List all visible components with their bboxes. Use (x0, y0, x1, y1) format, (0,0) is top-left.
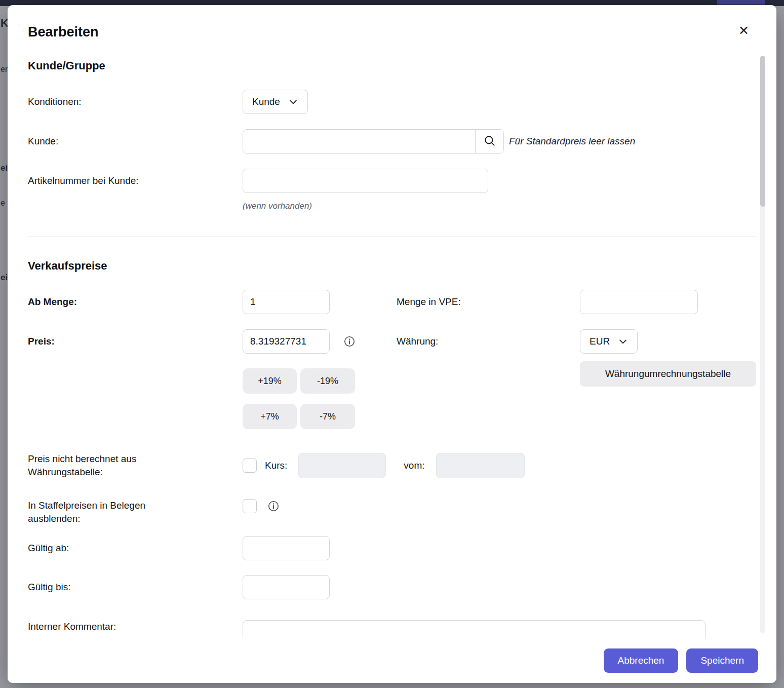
modal-scrollbar[interactable] (760, 56, 765, 633)
gueltig-bis-row: Gültig bis: (28, 575, 756, 599)
kunde-input[interactable] (243, 130, 475, 153)
close-icon[interactable]: ✕ (738, 24, 749, 37)
section-heading-verkaufspreise: Verkaufspreise (28, 259, 756, 273)
artikelnummer-row: Artikelnummer bei Kunde: (28, 169, 756, 193)
kurs-input (298, 453, 386, 478)
vom-label: vom: (404, 460, 424, 471)
artikelnummer-label: Artikelnummer bei Kunde: (28, 174, 243, 187)
ab-menge-field-cell (243, 290, 397, 314)
kunde-row: Kunde: Für Standardpreis leer lassen (28, 129, 756, 154)
preis-input[interactable] (243, 329, 330, 354)
plus19-button[interactable]: +19% (243, 368, 297, 394)
konditionen-select-value: Kunde (252, 96, 280, 107)
edit-dialog: Bearbeiten ✕ Kunde/Gruppe Konditionen: K… (8, 5, 776, 683)
ab-menge-input[interactable] (243, 290, 330, 314)
kunde-search-button[interactable] (475, 130, 503, 153)
konditionen-label: Konditionen: (28, 95, 243, 108)
modal-scrollbar-thumb[interactable] (760, 56, 765, 207)
kurs-label: Kurs: (265, 460, 287, 471)
waehrung-select[interactable]: EUR (580, 329, 638, 354)
no-calc-label: Preis nicht berechnet aus Währungstabell… (28, 452, 243, 479)
waehrung-select-value: EUR (590, 336, 610, 347)
menge-vpe-input[interactable] (580, 290, 698, 314)
dialog-header: Bearbeiten ✕ (8, 5, 776, 41)
gueltig-bis-input[interactable] (243, 575, 330, 599)
search-icon (483, 134, 496, 149)
ab-menge-row: Ab Menge: Menge in VPE: (28, 290, 756, 314)
dialog-body: Kunde/Gruppe Konditionen: Kunde Kunde: (8, 41, 776, 638)
kurs-row: Preis nicht berechnet aus Währungstabell… (28, 452, 756, 479)
gueltig-ab-input[interactable] (243, 536, 330, 560)
konditionen-row: Konditionen: Kunde (28, 90, 756, 114)
minus19-button[interactable]: -19% (300, 368, 355, 394)
artikelnummer-hint: (wenn vorhanden) (243, 201, 756, 211)
preis-field-column: +19% -19% +7% -7% (243, 329, 397, 429)
staffel-checkbox[interactable] (243, 499, 257, 513)
cancel-button[interactable]: Abbrechen (604, 648, 679, 673)
waehrung-label: Währung: (397, 329, 580, 354)
kurs-fields: Kurs: vom: (243, 453, 525, 478)
konditionen-select[interactable]: Kunde (243, 90, 308, 114)
currency-table-button[interactable]: Währungumrechnungstabelle (580, 361, 756, 387)
section-divider (28, 237, 756, 237)
preis-info-icon[interactable] (343, 335, 356, 348)
kommentar-row: Interner Kommentar: (28, 620, 756, 638)
artikelnummer-input[interactable] (243, 169, 488, 193)
save-button[interactable]: Speichern (686, 648, 758, 673)
menge-vpe-label: Menge in VPE: (397, 296, 580, 308)
kunde-hint: Für Standardpreis leer lassen (509, 136, 635, 147)
minus7-button[interactable]: -7% (300, 404, 355, 429)
ab-menge-label: Ab Menge: (28, 295, 243, 309)
waehrung-cell: Währung: EUR Währungumrechnungstabelle (397, 329, 756, 387)
gueltig-ab-row: Gültig ab: (28, 536, 756, 560)
preis-label: Preis: (28, 329, 243, 354)
chevron-down-icon (288, 97, 298, 107)
plus7-button[interactable]: +7% (243, 404, 297, 429)
section-heading-kunde-gruppe: Kunde/Gruppe (28, 59, 756, 73)
kunde-label: Kunde: (28, 135, 243, 148)
staffel-row: In Staffelpreisen in Belegen ausblenden: (28, 499, 756, 525)
dialog-title: Bearbeiten (28, 23, 99, 41)
staffel-label: In Staffelpreisen in Belegen ausblenden: (28, 499, 243, 525)
preis-row: Preis: +19% -19% +7% -7% Währung: (28, 329, 756, 429)
kommentar-textarea[interactable] (243, 620, 705, 638)
dialog-footer: Abbrechen Speichern (8, 638, 776, 683)
no-calc-checkbox[interactable] (243, 458, 257, 473)
chevron-down-icon (618, 336, 628, 347)
staffel-info-icon[interactable] (267, 500, 280, 512)
kunde-search-group (243, 129, 504, 154)
kommentar-label: Interner Kommentar: (28, 620, 243, 633)
gueltig-ab-label: Gültig ab: (28, 542, 243, 555)
gueltig-bis-label: Gültig bis: (28, 581, 243, 594)
vom-input (436, 453, 525, 478)
percent-buttons: +19% -19% +7% -7% (243, 368, 397, 429)
